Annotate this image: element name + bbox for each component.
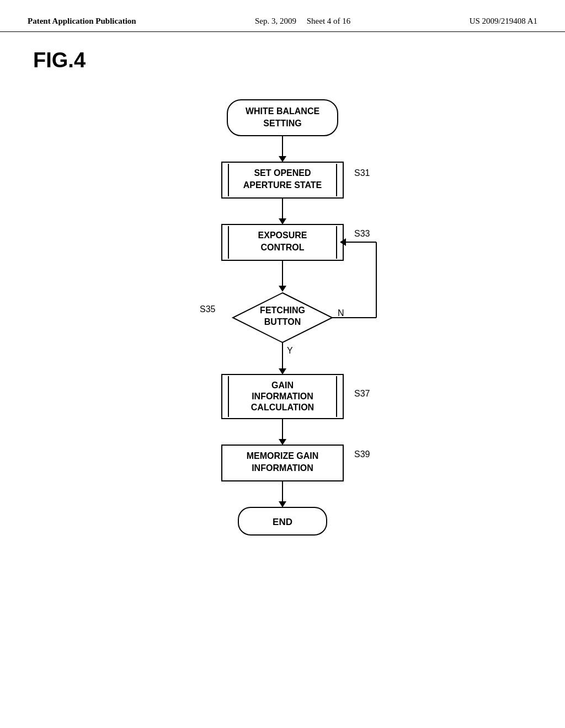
svg-text:S37: S37 — [354, 389, 370, 398]
svg-text:S33: S33 — [354, 229, 370, 238]
svg-marker-32 — [279, 368, 286, 374]
sheet-label: Sheet 4 of 16 — [307, 17, 351, 25]
svg-text:MEMORIZE GAIN: MEMORIZE GAIN — [247, 451, 319, 461]
svg-marker-4 — [279, 156, 286, 162]
svg-marker-12 — [279, 218, 286, 224]
svg-text:SET OPENED: SET OPENED — [254, 168, 311, 178]
patent-number-label: US 2009/219408 A1 — [470, 17, 537, 26]
diagram-area: WHITE BALANCE SETTING S31 SET OPENED APE… — [0, 78, 565, 613]
svg-text:CALCULATION: CALCULATION — [251, 403, 314, 412]
svg-text:N: N — [338, 308, 344, 318]
publication-label: Patent Application Publication — [28, 17, 136, 26]
svg-text:GAIN: GAIN — [271, 381, 294, 390]
svg-marker-20 — [279, 286, 286, 292]
svg-marker-47 — [279, 501, 286, 507]
svg-text:FETCHING: FETCHING — [260, 306, 305, 315]
svg-text:INFORMATION: INFORMATION — [252, 392, 313, 401]
svg-text:Y: Y — [287, 346, 293, 355]
svg-text:END: END — [273, 517, 292, 527]
svg-text:CONTROL: CONTROL — [260, 243, 304, 252]
svg-text:SETTING: SETTING — [263, 119, 301, 128]
svg-text:S39: S39 — [354, 449, 370, 459]
flowchart-svg: WHITE BALANCE SETTING S31 SET OPENED APE… — [167, 89, 398, 613]
svg-text:INFORMATION: INFORMATION — [252, 463, 313, 473]
svg-text:S35: S35 — [200, 304, 216, 314]
date-label: Sep. 3, 2009 — [255, 17, 296, 25]
svg-text:EXPOSURE: EXPOSURE — [258, 231, 307, 240]
date-sheet-label: Sep. 3, 2009 Sheet 4 of 16 — [255, 17, 350, 26]
page-header: Patent Application Publication Sep. 3, 2… — [0, 0, 565, 32]
flowchart: WHITE BALANCE SETTING S31 SET OPENED APE… — [167, 89, 398, 613]
figure-title: FIG.4 — [0, 32, 565, 78]
svg-rect-0 — [227, 100, 338, 136]
svg-marker-41 — [279, 439, 286, 445]
svg-text:WHITE BALANCE: WHITE BALANCE — [246, 106, 320, 116]
svg-text:APERTURE STATE: APERTURE STATE — [243, 180, 322, 190]
svg-text:S31: S31 — [354, 168, 370, 178]
svg-text:BUTTON: BUTTON — [264, 317, 301, 326]
